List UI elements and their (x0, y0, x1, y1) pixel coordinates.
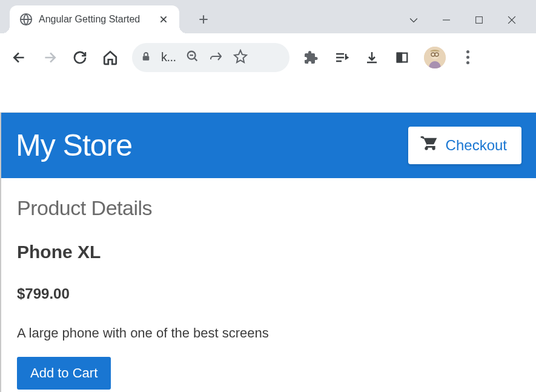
checkout-button[interactable]: Checkout (408, 127, 521, 164)
page-content: My Store Checkout Product Details Phone … (0, 112, 536, 392)
home-button[interactable] (102, 49, 119, 66)
cart-icon (419, 134, 438, 157)
address-bar[interactable]: k... (132, 43, 290, 72)
product-name: Phone XL (17, 242, 520, 262)
url-text: k... (161, 50, 176, 64)
kebab-menu[interactable] (459, 49, 476, 66)
svg-rect-5 (397, 53, 402, 62)
lock-icon (141, 51, 151, 64)
maximize-button[interactable] (472, 13, 486, 27)
checkout-label: Checkout (446, 137, 507, 154)
globe-icon (19, 13, 33, 26)
product-details: Product Details Phone XL $799.00 A large… (0, 178, 536, 392)
browser-titlebar: Angular Getting Started (0, 0, 536, 33)
reload-button[interactable] (71, 49, 88, 66)
close-tab-button[interactable] (156, 12, 171, 27)
svg-rect-1 (476, 17, 483, 24)
share-icon[interactable] (209, 49, 223, 66)
forward-button (41, 49, 58, 66)
back-button[interactable] (11, 49, 28, 66)
extensions-icon[interactable] (303, 49, 320, 66)
browser-toolbar: k... (0, 33, 536, 82)
side-panel-icon[interactable] (394, 49, 411, 66)
minimize-button[interactable] (439, 13, 454, 27)
add-to-cart-button[interactable]: Add to Cart (17, 357, 111, 390)
browser-tab[interactable]: Angular Getting Started (10, 5, 179, 33)
svg-rect-2 (143, 56, 150, 61)
window-controls (406, 13, 531, 33)
reading-list-icon[interactable] (333, 49, 350, 66)
product-description: A large phone with one of the best scree… (17, 325, 520, 341)
downloads-icon[interactable] (363, 49, 380, 66)
product-price: $799.00 (17, 285, 520, 302)
section-title: Product Details (17, 196, 520, 220)
close-window-button[interactable] (505, 13, 519, 27)
star-icon[interactable] (233, 49, 248, 66)
app-title: My Store (16, 128, 132, 163)
new-tab-button[interactable] (193, 5, 214, 33)
chevron-down-icon[interactable] (406, 13, 421, 27)
profile-avatar[interactable] (424, 47, 446, 68)
tab-title: Angular Getting Started (39, 14, 150, 25)
zoom-out-icon[interactable] (186, 50, 199, 65)
app-header: My Store Checkout (0, 113, 536, 178)
